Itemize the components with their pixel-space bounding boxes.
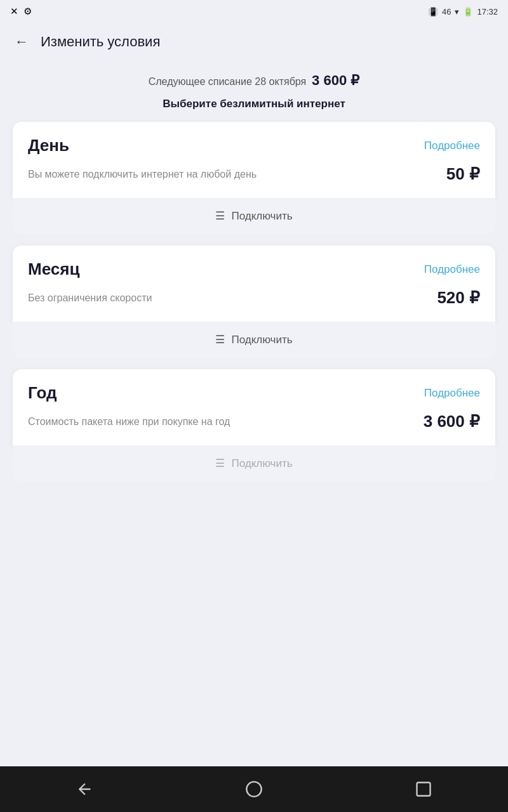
plan-card-day: День Подробнее Вы можете подключить инте… — [13, 122, 495, 198]
svg-rect-1 — [417, 783, 430, 796]
plan-price-year: 3 600 ₽ — [424, 412, 480, 431]
back-button[interactable]: ← — [10, 30, 33, 53]
plan-header-year: Год Подробнее — [28, 383, 480, 403]
nav-back-button[interactable] — [65, 770, 104, 808]
billing-prefix: Следующее списание 28 октября — [149, 76, 306, 87]
plan-details-link-year[interactable]: Подробнее — [424, 387, 480, 400]
signal-icon: ✕ — [10, 6, 18, 17]
plan-body-year: Стоимость пакета ниже при покупке на год… — [28, 412, 480, 431]
connect-button-month[interactable]: ☰ Подключить — [13, 322, 495, 358]
plan-wrapper-year: Год Подробнее Стоимость пакета ниже при … — [13, 369, 495, 481]
plan-card-month: Месяц Подробнее Без ограничения скорости… — [13, 246, 495, 322]
plan-details-link-day[interactable]: Подробнее — [424, 140, 480, 152]
connect-icon-month: ☰ — [215, 333, 225, 346]
plan-price-month: 520 ₽ — [437, 288, 480, 308]
connect-button-year: ☰ Подключить — [13, 445, 495, 481]
connect-button-container-day: ☰ Подключить — [13, 198, 495, 234]
status-bar-left: ✕ ⚙ — [10, 6, 32, 17]
svg-point-0 — [246, 782, 261, 796]
plan-name-month: Месяц — [28, 259, 79, 279]
usb-icon: ⚙ — [23, 6, 32, 17]
plan-body-day: Вы можете подключить интернет на любой д… — [28, 164, 480, 184]
vibrate-icon: 📳 — [428, 7, 438, 16]
connect-icon-year: ☰ — [215, 457, 225, 470]
plan-description-year: Стоимость пакета ниже при покупке на год — [28, 416, 230, 428]
plan-details-link-month[interactable]: Подробнее — [424, 263, 480, 276]
status-bar-right: 📳 46 ▾ 🔋 17:32 — [428, 7, 498, 16]
billing-amount: 3 600 ₽ — [312, 72, 359, 88]
main-content: Следующее списание 28 октября 3 600 ₽ Вы… — [0, 61, 508, 766]
plan-card-year: Год Подробнее Стоимость пакета ниже при … — [13, 369, 495, 445]
plan-wrapper-day: День Подробнее Вы можете подключить инте… — [13, 122, 495, 234]
plan-name-year: Год — [28, 383, 57, 403]
section-title: Выберите безлимитный интернет — [13, 98, 495, 110]
plan-description-month: Без ограничения скорости — [28, 292, 152, 304]
plan-price-day: 50 ₽ — [446, 164, 480, 184]
nav-recents-button[interactable] — [404, 770, 443, 808]
plan-body-month: Без ограничения скорости 520 ₽ — [28, 288, 480, 308]
plan-description-day: Вы можете подключить интернет на любой д… — [28, 169, 257, 180]
connect-button-container-year: ☰ Подключить — [13, 445, 495, 481]
connect-label-month: Подключить — [231, 334, 292, 346]
plan-header-day: День Подробнее — [28, 136, 480, 155]
plan-header-month: Месяц Подробнее — [28, 259, 480, 279]
connect-icon-day: ☰ — [215, 209, 225, 223]
battery-icon: 🔋 — [463, 7, 473, 16]
page-title: Изменить условия — [41, 34, 160, 50]
connect-label-day: Подключить — [231, 210, 292, 223]
signal-strength-icon: ▾ — [455, 7, 459, 16]
nav-home-button[interactable] — [235, 770, 273, 808]
plan-wrapper-month: Месяц Подробнее Без ограничения скорости… — [13, 246, 495, 358]
nav-bar — [0, 766, 508, 812]
connect-button-day[interactable]: ☰ Подключить — [13, 198, 495, 234]
clock: 17:32 — [477, 7, 498, 16]
billing-info: Следующее списание 28 октября 3 600 ₽ — [13, 67, 495, 94]
plans-container: День Подробнее Вы можете подключить инте… — [13, 122, 495, 493]
connect-button-container-month: ☰ Подключить — [13, 322, 495, 358]
status-bar: ✕ ⚙ 📳 46 ▾ 🔋 17:32 — [0, 0, 508, 23]
connect-label-year: Подключить — [231, 457, 292, 470]
plan-name-day: День — [28, 136, 69, 155]
top-bar: ← Изменить условия — [0, 23, 508, 61]
battery-level: 46 — [442, 7, 451, 16]
